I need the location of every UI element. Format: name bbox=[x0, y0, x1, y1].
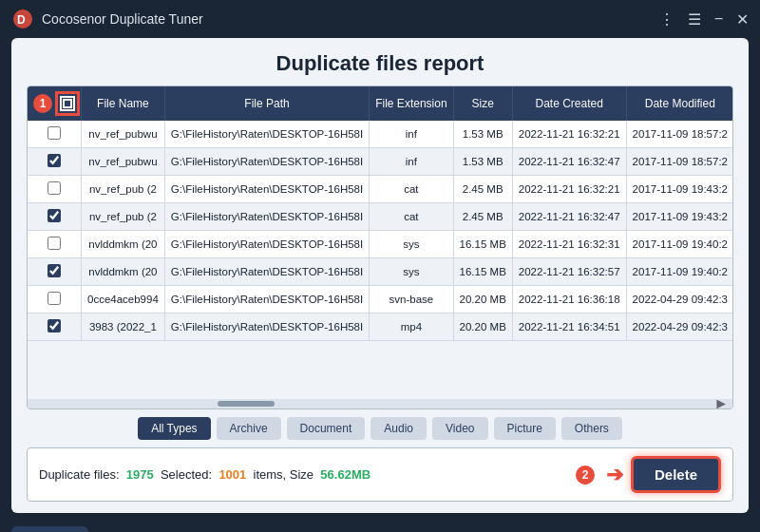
app-title: Cocosenor Duplicate Tuner bbox=[42, 11, 659, 27]
col-extension: File Extension bbox=[370, 86, 453, 121]
cell-filename: nv_ref_pubwu bbox=[82, 148, 165, 176]
cell-datecreated: 2022-11-21 16:36:18 bbox=[512, 286, 626, 314]
arrow-icon: ➔ bbox=[606, 463, 623, 487]
cell-datemodified: 2017-11-09 19:40:2 bbox=[626, 258, 732, 286]
status-size: 56.62MB bbox=[320, 467, 370, 482]
svg-text:D: D bbox=[17, 13, 26, 27]
row-checkbox-cell[interactable] bbox=[28, 231, 82, 258]
duplicate-label: Duplicate files: bbox=[39, 467, 120, 482]
table-scroll[interactable]: 1 File Name File Path File Extension Siz… bbox=[28, 86, 732, 399]
row-checkbox[interactable] bbox=[48, 237, 61, 250]
status-text: Duplicate files: 1975 Selected: 1001 ite… bbox=[39, 467, 572, 482]
cell-filepath: G:\FileHistory\Raten\DESKTOP-16H58I bbox=[164, 314, 369, 341]
cell-size: 1.53 MB bbox=[453, 121, 512, 148]
table-row: nv_ref_pubwu G:\FileHistory\Raten\DESKTO… bbox=[28, 148, 732, 176]
row-checkbox[interactable] bbox=[48, 292, 61, 305]
cell-size: 20.20 MB bbox=[453, 286, 512, 314]
cell-datecreated: 2022-11-21 16:32:21 bbox=[512, 121, 626, 148]
cell-extension: inf bbox=[370, 148, 453, 176]
minimize-button[interactable]: − bbox=[714, 10, 723, 28]
row-checkbox[interactable] bbox=[48, 181, 61, 195]
col-datecreated: Date Created bbox=[512, 86, 626, 121]
filter-btn-archive[interactable]: Archive bbox=[217, 417, 281, 440]
bottom-bar: Home bbox=[0, 521, 760, 532]
cell-extension: mp4 bbox=[370, 314, 453, 341]
home-button[interactable]: Home bbox=[11, 526, 88, 532]
delete-area: 2 ➔ Delete bbox=[576, 456, 721, 493]
app-logo: D bbox=[11, 8, 34, 30]
cell-size: 20.20 MB bbox=[453, 314, 512, 341]
cell-size: 16.15 MB bbox=[453, 231, 512, 258]
cell-extension: sys bbox=[370, 258, 453, 286]
cell-datemodified: 2022-04-29 09:42:3 bbox=[626, 286, 732, 314]
cell-filepath: G:\FileHistory\Raten\DESKTOP-16H58I bbox=[164, 286, 369, 314]
cell-filepath: G:\FileHistory\Raten\DESKTOP-16H58I bbox=[164, 258, 369, 286]
cell-datecreated: 2022-11-21 16:32:47 bbox=[512, 148, 626, 176]
delete-button[interactable]: Delete bbox=[631, 456, 721, 493]
select-all-header[interactable]: 1 bbox=[28, 86, 82, 121]
cell-datemodified: 2017-11-09 19:43:2 bbox=[626, 203, 732, 231]
cell-extension: cat bbox=[370, 203, 453, 231]
col-size: Size bbox=[453, 86, 512, 121]
share-button[interactable]: ⋮ bbox=[659, 10, 674, 28]
cell-size: 2.45 MB bbox=[453, 176, 512, 203]
items-label: items, Size bbox=[254, 467, 314, 482]
filter-btn-video[interactable]: Video bbox=[432, 417, 487, 440]
cell-extension: svn-base bbox=[370, 286, 453, 314]
cell-datecreated: 2022-11-21 16:32:47 bbox=[512, 203, 626, 231]
filter-btn-others[interactable]: Others bbox=[561, 417, 622, 440]
cell-filename: nv_ref_pub (2 bbox=[82, 176, 165, 203]
table-row: nvlddmkm (20 G:\FileHistory\Raten\DESKTO… bbox=[28, 258, 732, 286]
row-checkbox[interactable] bbox=[48, 126, 61, 140]
row-checkbox-cell[interactable] bbox=[28, 121, 82, 148]
close-button[interactable]: ✕ bbox=[736, 10, 749, 28]
row-checkbox[interactable] bbox=[48, 209, 61, 222]
row-checkbox-cell[interactable] bbox=[28, 203, 82, 231]
table-row: nv_ref_pub (2 G:\FileHistory\Raten\DESKT… bbox=[28, 176, 732, 203]
main-content: Duplicate files report 1 Fi bbox=[11, 38, 749, 513]
duplicate-count: 1975 bbox=[126, 467, 154, 482]
label-num-1: 1 bbox=[33, 94, 52, 113]
filter-btn-all-types[interactable]: All Types bbox=[138, 417, 210, 440]
cell-datecreated: 2022-11-21 16:32:31 bbox=[512, 231, 626, 258]
cell-filename: 3983 (2022_1 bbox=[82, 314, 165, 341]
cell-filepath: G:\FileHistory\Raten\DESKTOP-16H58I bbox=[164, 203, 369, 231]
cell-filepath: G:\FileHistory\Raten\DESKTOP-16H58I bbox=[164, 148, 369, 176]
col-filepath: File Path bbox=[164, 86, 369, 121]
selected-count: 1001 bbox=[218, 467, 246, 482]
titlebar: D Cocosenor Duplicate Tuner ⋮ ☰ − ✕ bbox=[0, 0, 760, 38]
row-checkbox-cell[interactable] bbox=[28, 258, 82, 286]
cell-datemodified: 2022-04-29 09:42:3 bbox=[626, 314, 732, 341]
scroll-right-icon[interactable]: ► bbox=[713, 395, 729, 409]
label-num-2: 2 bbox=[576, 466, 595, 484]
cell-datemodified: 2017-11-09 19:40:2 bbox=[626, 231, 732, 258]
table-row: nv_ref_pubwu G:\FileHistory\Raten\DESKTO… bbox=[28, 121, 732, 148]
cell-filepath: G:\FileHistory\Raten\DESKTOP-16H58I bbox=[164, 231, 369, 258]
window-controls: ⋮ ☰ − ✕ bbox=[659, 10, 749, 28]
filter-btn-picture[interactable]: Picture bbox=[494, 417, 556, 440]
cell-datecreated: 2022-11-21 16:32:57 bbox=[512, 258, 626, 286]
cell-extension: cat bbox=[370, 176, 453, 203]
cell-filename: 0cce4aceb994 bbox=[82, 286, 165, 314]
col-datemodified: Date Modified bbox=[626, 86, 732, 121]
cell-filename: nvlddmkm (20 bbox=[82, 258, 165, 286]
row-checkbox[interactable] bbox=[48, 264, 61, 277]
row-checkbox[interactable] bbox=[48, 319, 61, 332]
page-title: Duplicate files report bbox=[27, 51, 733, 76]
row-checkbox[interactable] bbox=[48, 154, 61, 167]
cell-filepath: G:\FileHistory\Raten\DESKTOP-16H58I bbox=[164, 176, 369, 203]
row-checkbox-cell[interactable] bbox=[28, 286, 82, 314]
scrollbar-thumb[interactable] bbox=[218, 401, 275, 407]
row-checkbox-cell[interactable] bbox=[28, 176, 82, 203]
cell-size: 2.45 MB bbox=[453, 203, 512, 231]
row-checkbox-cell[interactable] bbox=[28, 314, 82, 341]
filter-btn-audio[interactable]: Audio bbox=[370, 417, 427, 440]
row-checkbox-cell[interactable] bbox=[28, 148, 82, 176]
horizontal-scrollbar[interactable]: ► bbox=[28, 399, 732, 408]
cell-datemodified: 2017-11-09 18:57:2 bbox=[626, 121, 732, 148]
filter-bar: All TypesArchiveDocumentAudioVideoPictur… bbox=[27, 417, 733, 440]
file-table: 1 File Name File Path File Extension Siz… bbox=[28, 86, 732, 341]
filter-btn-document[interactable]: Document bbox=[287, 417, 366, 440]
menu-button[interactable]: ☰ bbox=[688, 10, 701, 28]
file-table-container: 1 File Name File Path File Extension Siz… bbox=[27, 86, 733, 409]
